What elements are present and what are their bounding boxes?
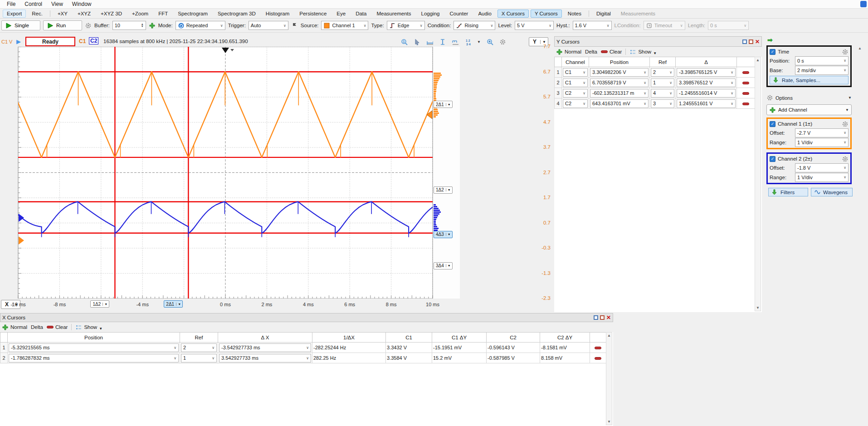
tab-data[interactable]: Data (351, 10, 371, 18)
x-cursor-chip-2Δ1[interactable]: 2Δ1▼ (164, 300, 183, 308)
add-acquisition-icon[interactable] (149, 22, 156, 29)
cursor-dx-select[interactable]: 3.542927733 ms∨ (219, 354, 311, 362)
cursor-position-select[interactable]: 3.304982206 V∨ (590, 68, 649, 77)
tab-audio[interactable]: Audio (474, 10, 495, 18)
tab-counter[interactable]: Counter (445, 10, 472, 18)
tab-y-cursors[interactable]: Y Cursors (531, 10, 562, 18)
level-select[interactable]: 5 V ∨ (515, 21, 554, 30)
undock-icon[interactable] (742, 39, 747, 44)
tab-export[interactable]: Export (3, 10, 26, 18)
channels-1234-icon[interactable]: 1 23 4 (464, 39, 471, 45)
time-settings-icon[interactable] (842, 49, 848, 55)
add-delta-cursor-button[interactable]: Delta (585, 49, 597, 54)
tab-logging[interactable]: Logging (417, 10, 444, 18)
channel1-offset-select[interactable]: -2.7 V∨ (795, 128, 848, 137)
source-select[interactable]: Channel 1 ∨ (321, 21, 368, 30)
measure-icon[interactable] (452, 39, 458, 45)
cursor-position-select[interactable]: -1.786287832 ms∨ (9, 354, 179, 362)
menu-view[interactable]: View (47, 0, 67, 8)
buffer-input[interactable]: 10 ▲▼ (112, 21, 146, 30)
single-button[interactable]: Single (1, 20, 40, 30)
scroll-up-icon[interactable]: ▲ (755, 58, 761, 62)
tab--xyz-3d[interactable]: +XYZ 3D (97, 10, 126, 18)
tab-measurements[interactable]: Measurements (372, 10, 415, 18)
menu-window[interactable]: Window (68, 0, 96, 8)
clear-cursors-button[interactable]: Clear (47, 324, 68, 330)
cursor-ref-select[interactable]: 2∨ (181, 343, 217, 352)
y-cursor-chip-3Δ4[interactable]: 3Δ4▼ (434, 262, 453, 269)
show-menu-button[interactable]: Show ▼ (629, 49, 657, 55)
horizontal-measure-icon[interactable] (426, 39, 433, 45)
cursor-ref-select[interactable]: 3∨ (651, 99, 674, 108)
add-channel-button[interactable]: Add Channel ▼ (766, 104, 852, 115)
wavegens-button[interactable]: Wavegens (811, 188, 853, 196)
delete-cursor-button[interactable] (742, 71, 749, 74)
spinner-arrows-icon[interactable]: ▲▼ (137, 23, 144, 28)
options-row[interactable]: Options ▼ (766, 94, 852, 101)
cursor-ref-select[interactable]: 4∨ (651, 89, 674, 98)
cursor-ref-select[interactable]: 2∨ (651, 68, 674, 77)
tab-spectrogram[interactable]: Spectrogram (174, 10, 212, 18)
zoom-region-icon[interactable] (487, 39, 493, 45)
tab--xy[interactable]: +XY (54, 10, 72, 18)
scroll-down-icon[interactable]: ▼ (606, 420, 612, 424)
cursor-channel-select[interactable]: C1∨ (563, 68, 588, 77)
tab-measurements[interactable]: Measurements (617, 10, 659, 18)
channel2-range-select[interactable]: 1 V/div∨ (795, 173, 848, 182)
delete-cursor-button[interactable] (595, 357, 601, 360)
menu-file[interactable]: File (3, 0, 20, 8)
tab-digital[interactable]: Digital (592, 10, 615, 18)
pointer-icon[interactable] (414, 39, 420, 45)
hyst-select[interactable]: 1.6 V ∨ (573, 21, 612, 30)
channel2-settings-icon[interactable] (842, 156, 848, 162)
x-table-scrollbar[interactable]: ▲ ▼ (606, 332, 612, 425)
delete-cursor-button[interactable] (742, 103, 749, 105)
cursor-channel-select[interactable]: C1∨ (563, 78, 588, 87)
delete-cursor-button[interactable] (742, 82, 749, 84)
collapse-arrow-icon[interactable]: ➡ (767, 36, 773, 44)
tab-fft[interactable]: FFT (154, 10, 172, 18)
y-cursor-chip-2Δ1[interactable]: 2Δ1▼ (434, 101, 453, 108)
cursor-position-select[interactable]: 6.703558719 V∨ (590, 78, 649, 87)
add-normal-cursor-button[interactable]: Normal (2, 324, 27, 331)
channel1-flag[interactable]: C1 (79, 38, 86, 44)
cursor-delta-select[interactable]: 3.398576512 V∨ (677, 78, 736, 87)
add-normal-cursor-button[interactable]: Normal (556, 49, 581, 55)
clear-cursors-button[interactable]: Clear (601, 49, 622, 54)
tab--xyz[interactable]: +XYZ (73, 10, 95, 18)
tab-histogram[interactable]: Histogram (262, 10, 293, 18)
y-cursors-titlebar[interactable]: Y Cursors ✕ (554, 36, 762, 47)
vertical-measure-icon[interactable] (439, 39, 446, 45)
scroll-up-icon[interactable]: ▲ (606, 333, 612, 338)
y-cursor-chip-4Δ3[interactable]: 4Δ3▼ (434, 231, 453, 238)
tab-rec-[interactable]: Rec. (28, 10, 47, 18)
channel2-checkbox[interactable]: ✓ (770, 156, 775, 162)
scroll-down-icon[interactable]: ▼ (755, 306, 761, 310)
time-position-select[interactable]: 0 s∨ (795, 56, 848, 65)
waveform-plot[interactable] (17, 47, 460, 299)
run-button[interactable]: Run (43, 20, 82, 30)
channel1-settings-icon[interactable] (842, 121, 848, 127)
cursor-delta-select[interactable]: 1.245551601 V∨ (677, 99, 736, 108)
sidebar-scroll-up-icon[interactable]: ▲ (857, 46, 863, 50)
tab-persistence[interactable]: Persistence (295, 10, 331, 18)
y-cursor-chip-1Δ2[interactable]: 1Δ2▼ (434, 186, 453, 194)
condition-select[interactable]: Rising ∨ (454, 21, 495, 30)
tab-notes[interactable]: Notes (564, 10, 585, 18)
buffer-gear-icon[interactable] (85, 22, 92, 29)
zoom-fit-icon[interactable]: 1 (401, 39, 408, 45)
trigger-select[interactable]: Auto ∨ (249, 21, 288, 30)
time-base-select[interactable]: 2 ms/div∨ (795, 66, 848, 75)
x-cursor-chip-1Δ2[interactable]: 1Δ2▼ (90, 300, 109, 308)
delete-cursor-button[interactable] (595, 347, 601, 349)
show-menu-button[interactable]: Show ▼ (75, 324, 102, 331)
delete-cursor-button[interactable] (742, 92, 749, 95)
cursor-position-select[interactable]: -602.135231317 m∨ (590, 89, 649, 98)
x-cursors-titlebar[interactable]: X Cursors ✕ (0, 313, 613, 322)
tab-spectrogram-3d[interactable]: Spectrogram 3D (214, 10, 260, 18)
cursor-ref-select[interactable]: 1∨ (181, 354, 217, 362)
undock-icon[interactable] (594, 315, 598, 320)
time-checkbox[interactable]: ✓ (770, 49, 775, 55)
mode-select[interactable]: Repeated ∨ (176, 21, 225, 30)
channel2-flag[interactable]: C2 (89, 37, 98, 44)
